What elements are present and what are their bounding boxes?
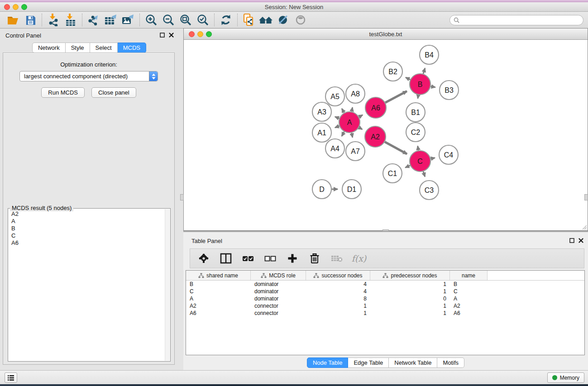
graph-edge-A2-C[interactable] xyxy=(385,142,407,154)
zoom-fit-icon[interactable] xyxy=(177,13,194,27)
graph-edge-B-B1[interactable] xyxy=(418,95,418,99)
graph-node-A3[interactable]: A3 xyxy=(312,102,331,121)
add-column-icon[interactable] xyxy=(284,251,301,266)
graph-edge-B-B2[interactable] xyxy=(406,77,410,80)
zoom-out-icon[interactable] xyxy=(160,13,177,27)
task-history-button[interactable] xyxy=(5,372,17,383)
network-window-titlebar[interactable]: testGlobe.txt xyxy=(184,29,588,40)
graph-node-C4[interactable]: C4 xyxy=(439,145,458,164)
close-panel-button[interactable]: Close panel xyxy=(91,87,136,98)
graph-edge-B-B3[interactable] xyxy=(431,86,435,87)
table-row[interactable]: A6connector11A6 xyxy=(186,310,584,317)
float-table-panel-icon[interactable] xyxy=(569,238,574,243)
column-header-shared-name[interactable]: shared name xyxy=(186,271,251,280)
import-network-icon[interactable] xyxy=(45,13,62,27)
graph-node-A6[interactable]: A6 xyxy=(365,97,386,118)
graph-edge-A6-B[interactable] xyxy=(385,91,407,102)
import-table-icon[interactable] xyxy=(62,13,79,27)
graph-edge-A-A6[interactable] xyxy=(359,115,363,117)
result-scrollbar[interactable] xyxy=(165,209,170,361)
graph-node-C2[interactable]: C2 xyxy=(406,123,425,142)
tab-style[interactable]: Style xyxy=(66,43,90,53)
zoom-in-icon[interactable] xyxy=(143,13,160,27)
save-session-icon[interactable] xyxy=(22,13,39,27)
close-panel-icon[interactable] xyxy=(169,33,174,38)
deselect-all-icon[interactable] xyxy=(262,251,278,266)
graph-edge-C-C4[interactable] xyxy=(430,158,435,159)
column-header-successor-nodes[interactable]: successor nodes xyxy=(306,271,370,280)
graph-edge-A-A1[interactable] xyxy=(335,126,339,128)
column-header-name[interactable]: name xyxy=(450,271,488,280)
graph-node-C3[interactable]: C3 xyxy=(420,181,439,200)
select-all-icon[interactable] xyxy=(240,251,256,266)
graph-node-D[interactable]: D xyxy=(312,180,331,199)
graph-edge-C-C1[interactable] xyxy=(405,166,410,168)
table-row[interactable]: Cdominator41C xyxy=(186,288,584,295)
table-row[interactable]: Adominator80A xyxy=(186,295,584,302)
clone-network-icon[interactable] xyxy=(240,13,258,27)
graph-node-B2[interactable]: B2 xyxy=(383,62,402,81)
list-item[interactable]: C xyxy=(9,232,164,239)
function-builder-icon[interactable]: f(x) xyxy=(351,251,367,266)
tab-mcds[interactable]: MCDS xyxy=(118,43,146,53)
window-resize-grip[interactable] xyxy=(581,224,587,230)
right-divider-handle[interactable] xyxy=(584,194,588,200)
table-tab-motifs[interactable]: Motifs xyxy=(437,357,464,368)
graph-edge-C-C3[interactable] xyxy=(423,172,425,177)
delete-column-icon[interactable] xyxy=(306,251,323,266)
table-tab-edge-table[interactable]: Edge Table xyxy=(348,357,389,368)
close-table-panel-icon[interactable] xyxy=(578,238,583,243)
list-item[interactable]: A2 xyxy=(9,210,164,218)
criterion-dropdown[interactable]: largest connected component (directed) xyxy=(19,71,158,81)
export-network-icon[interactable] xyxy=(85,13,102,27)
graph-edge-B-B4[interactable] xyxy=(423,68,425,74)
graph-node-B4[interactable]: B4 xyxy=(420,45,439,64)
list-item[interactable]: A xyxy=(9,218,164,225)
graph-edge-A-A4[interactable] xyxy=(342,132,344,136)
table-row[interactable]: A2connector11A2 xyxy=(186,302,584,310)
graph-edge-C-C2[interactable] xyxy=(418,146,419,151)
delete-table-icon[interactable] xyxy=(329,251,345,266)
graph-node-B[interactable]: B xyxy=(410,74,430,95)
hide-selected-icon[interactable] xyxy=(275,13,292,27)
table-tab-node-table[interactable]: Node Table xyxy=(307,357,349,368)
memory-button[interactable]: Memory xyxy=(547,372,584,383)
graph-edge-A-A3[interactable] xyxy=(335,117,339,119)
list-item[interactable]: B xyxy=(9,225,164,232)
export-image-icon[interactable] xyxy=(120,13,137,27)
tab-select[interactable]: Select xyxy=(90,43,118,53)
graph-node-A7[interactable]: A7 xyxy=(346,142,365,161)
graph-node-A1[interactable]: A1 xyxy=(312,123,331,142)
table-row[interactable]: Bdominator41B xyxy=(186,281,584,288)
open-session-icon[interactable] xyxy=(5,13,22,27)
table-tab-network-table[interactable]: Network Table xyxy=(389,357,437,368)
graph-edge-A-A2[interactable] xyxy=(359,128,362,129)
graph-node-A4[interactable]: A4 xyxy=(325,139,344,158)
left-divider-handle[interactable] xyxy=(180,194,184,200)
float-panel-icon[interactable] xyxy=(160,33,165,38)
column-header-predecessor-nodes[interactable]: predecessor nodes xyxy=(370,271,450,280)
column-header-mcds-role[interactable]: MCDS role xyxy=(251,271,306,280)
zoom-selected-icon[interactable] xyxy=(194,13,211,27)
graph-edge-A-A7[interactable] xyxy=(352,133,353,138)
network-canvas[interactable]: B4B2BB3A5A8A6B1A3AC2A1A2A4A7C4CC1DD1C3 xyxy=(184,40,588,230)
graph-node-A5[interactable]: A5 xyxy=(325,87,344,106)
graph-node-A[interactable]: A xyxy=(339,112,360,133)
show-all-icon[interactable] xyxy=(292,13,309,27)
tab-network[interactable]: Network xyxy=(32,43,66,53)
graph-node-A2[interactable]: A2 xyxy=(365,126,386,147)
first-neighbors-icon[interactable] xyxy=(258,13,275,27)
run-mcds-button[interactable]: Run MCDS xyxy=(41,87,85,98)
search-input[interactable] xyxy=(462,17,583,24)
list-item[interactable]: A6 xyxy=(9,239,164,247)
refresh-icon[interactable] xyxy=(217,13,234,27)
graph-node-D1[interactable]: D1 xyxy=(342,180,361,199)
column-layout-icon[interactable] xyxy=(218,251,234,266)
graph-edge-A-A8[interactable] xyxy=(352,107,353,111)
export-table-icon[interactable] xyxy=(102,13,120,27)
graph-node-C1[interactable]: C1 xyxy=(383,164,402,183)
graph-node-B1[interactable]: B1 xyxy=(406,103,425,122)
graph-edge-A-A5[interactable] xyxy=(342,109,344,113)
attribute-settings-icon[interactable] xyxy=(196,251,212,266)
graph-node-C[interactable]: C xyxy=(410,151,430,172)
